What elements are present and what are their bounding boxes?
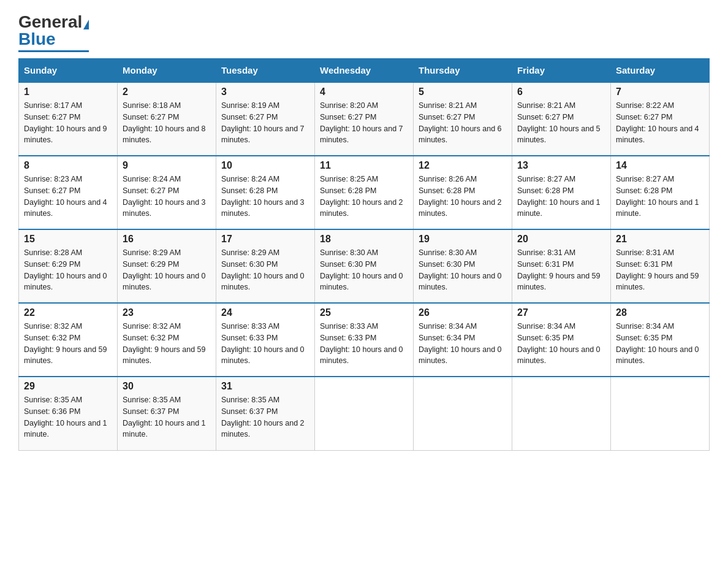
calendar-cell: 20Sunrise: 8:31 AMSunset: 6:31 PMDayligh… [512,229,611,303]
day-number: 21 [616,234,704,245]
calendar-cell: 2Sunrise: 8:18 AMSunset: 6:27 PMDaylight… [118,82,216,156]
logo-blue-text: Blue [18,29,56,49]
day-number: 9 [123,160,211,171]
day-detail: Sunrise: 8:19 AMSunset: 6:27 PMDaylight:… [221,100,309,146]
day-number: 22 [24,307,112,318]
calendar-cell [611,377,710,450]
logo-underline [18,50,89,52]
day-detail: Sunrise: 8:18 AMSunset: 6:27 PMDaylight:… [123,100,211,146]
day-detail: Sunrise: 8:29 AMSunset: 6:29 PMDaylight:… [123,247,211,293]
day-detail: Sunrise: 8:35 AMSunset: 6:36 PMDaylight:… [24,394,112,440]
calendar-cell: 21Sunrise: 8:31 AMSunset: 6:31 PMDayligh… [611,229,710,303]
day-number: 8 [24,160,112,171]
day-detail: Sunrise: 8:32 AMSunset: 6:32 PMDaylight:… [24,321,112,367]
week-row-4: 22Sunrise: 8:32 AMSunset: 6:32 PMDayligh… [19,303,710,377]
day-number: 4 [320,86,408,98]
calendar-cell: 10Sunrise: 8:24 AMSunset: 6:28 PMDayligh… [216,156,315,229]
day-detail: Sunrise: 8:31 AMSunset: 6:31 PMDaylight:… [616,247,704,293]
day-number: 19 [419,234,507,245]
day-detail: Sunrise: 8:34 AMSunset: 6:35 PMDaylight:… [517,321,605,367]
calendar-cell: 16Sunrise: 8:29 AMSunset: 6:29 PMDayligh… [118,229,216,303]
calendar-cell: 28Sunrise: 8:34 AMSunset: 6:35 PMDayligh… [611,303,710,377]
day-detail: Sunrise: 8:25 AMSunset: 6:28 PMDaylight:… [320,174,408,220]
day-number: 11 [320,160,408,171]
day-detail: Sunrise: 8:21 AMSunset: 6:27 PMDaylight:… [419,100,507,146]
calendar-cell [414,377,512,450]
day-number: 31 [221,381,309,392]
day-number: 10 [221,160,309,171]
calendar-cell: 1Sunrise: 8:17 AMSunset: 6:27 PMDaylight… [19,82,118,156]
calendar-cell: 27Sunrise: 8:34 AMSunset: 6:35 PMDayligh… [512,303,611,377]
day-number: 12 [419,160,507,171]
day-detail: Sunrise: 8:34 AMSunset: 6:34 PMDaylight:… [419,321,507,367]
calendar-cell: 15Sunrise: 8:28 AMSunset: 6:29 PMDayligh… [19,229,118,303]
calendar-cell [512,377,611,450]
week-row-5: 29Sunrise: 8:35 AMSunset: 6:36 PMDayligh… [19,377,710,450]
calendar-cell: 7Sunrise: 8:22 AMSunset: 6:27 PMDaylight… [611,82,710,156]
day-detail: Sunrise: 8:30 AMSunset: 6:30 PMDaylight:… [419,247,507,293]
day-detail: Sunrise: 8:24 AMSunset: 6:28 PMDaylight:… [221,174,309,220]
day-number: 27 [517,307,605,318]
calendar-cell: 17Sunrise: 8:29 AMSunset: 6:30 PMDayligh… [216,229,315,303]
day-detail: Sunrise: 8:24 AMSunset: 6:27 PMDaylight:… [123,174,211,220]
day-number: 30 [123,381,211,392]
header-thursday: Thursday [414,59,512,83]
week-row-3: 15Sunrise: 8:28 AMSunset: 6:29 PMDayligh… [19,229,710,303]
calendar-cell: 12Sunrise: 8:26 AMSunset: 6:28 PMDayligh… [414,156,512,229]
day-number: 3 [221,86,309,98]
calendar-cell: 11Sunrise: 8:25 AMSunset: 6:28 PMDayligh… [315,156,414,229]
day-detail: Sunrise: 8:20 AMSunset: 6:27 PMDaylight:… [320,100,408,146]
day-detail: Sunrise: 8:23 AMSunset: 6:27 PMDaylight:… [24,174,112,220]
calendar-cell [315,377,414,450]
logo: General Blue [18,12,89,52]
day-number: 24 [221,307,309,318]
calendar-cell: 14Sunrise: 8:27 AMSunset: 6:28 PMDayligh… [611,156,710,229]
logo-triangle-icon [83,20,89,29]
day-number: 13 [517,160,605,171]
calendar-cell: 26Sunrise: 8:34 AMSunset: 6:34 PMDayligh… [414,303,512,377]
day-detail: Sunrise: 8:34 AMSunset: 6:35 PMDaylight:… [616,321,704,367]
day-number: 2 [123,86,211,98]
calendar-cell: 4Sunrise: 8:20 AMSunset: 6:27 PMDaylight… [315,82,414,156]
header-wednesday: Wednesday [315,59,414,83]
calendar-cell: 8Sunrise: 8:23 AMSunset: 6:27 PMDaylight… [19,156,118,229]
calendar-cell: 9Sunrise: 8:24 AMSunset: 6:27 PMDaylight… [118,156,216,229]
header-monday: Monday [118,59,216,83]
day-number: 16 [123,234,211,245]
day-number: 28 [616,307,704,318]
header-sunday: Sunday [19,59,118,83]
week-row-1: 1Sunrise: 8:17 AMSunset: 6:27 PMDaylight… [19,82,710,156]
calendar-cell: 23Sunrise: 8:32 AMSunset: 6:32 PMDayligh… [118,303,216,377]
header-tuesday: Tuesday [216,59,315,83]
calendar-cell: 24Sunrise: 8:33 AMSunset: 6:33 PMDayligh… [216,303,315,377]
day-detail: Sunrise: 8:29 AMSunset: 6:30 PMDaylight:… [221,247,309,293]
calendar-cell: 31Sunrise: 8:35 AMSunset: 6:37 PMDayligh… [216,377,315,450]
day-detail: Sunrise: 8:28 AMSunset: 6:29 PMDaylight:… [24,247,112,293]
day-detail: Sunrise: 8:21 AMSunset: 6:27 PMDaylight:… [517,100,605,146]
day-detail: Sunrise: 8:22 AMSunset: 6:27 PMDaylight:… [616,100,704,146]
day-number: 1 [24,86,112,98]
day-detail: Sunrise: 8:27 AMSunset: 6:28 PMDaylight:… [517,174,605,220]
day-detail: Sunrise: 8:35 AMSunset: 6:37 PMDaylight:… [221,394,309,440]
day-number: 29 [24,381,112,392]
page-header: General Blue [18,12,710,52]
calendar-cell: 29Sunrise: 8:35 AMSunset: 6:36 PMDayligh… [19,377,118,450]
day-number: 14 [616,160,704,171]
day-detail: Sunrise: 8:35 AMSunset: 6:37 PMDaylight:… [123,394,211,440]
day-detail: Sunrise: 8:27 AMSunset: 6:28 PMDaylight:… [616,174,704,220]
calendar-cell: 3Sunrise: 8:19 AMSunset: 6:27 PMDaylight… [216,82,315,156]
calendar-cell: 13Sunrise: 8:27 AMSunset: 6:28 PMDayligh… [512,156,611,229]
day-detail: Sunrise: 8:26 AMSunset: 6:28 PMDaylight:… [419,174,507,220]
day-detail: Sunrise: 8:33 AMSunset: 6:33 PMDaylight:… [320,321,408,367]
day-number: 23 [123,307,211,318]
calendar-cell: 30Sunrise: 8:35 AMSunset: 6:37 PMDayligh… [118,377,216,450]
day-number: 6 [517,86,605,98]
day-detail: Sunrise: 8:17 AMSunset: 6:27 PMDaylight:… [24,100,112,146]
day-number: 25 [320,307,408,318]
calendar-cell: 18Sunrise: 8:30 AMSunset: 6:30 PMDayligh… [315,229,414,303]
day-detail: Sunrise: 8:31 AMSunset: 6:31 PMDaylight:… [517,247,605,293]
day-number: 20 [517,234,605,245]
day-detail: Sunrise: 8:32 AMSunset: 6:32 PMDaylight:… [123,321,211,367]
calendar-cell: 19Sunrise: 8:30 AMSunset: 6:30 PMDayligh… [414,229,512,303]
calendar-table: SundayMondayTuesdayWednesdayThursdayFrid… [18,58,710,451]
